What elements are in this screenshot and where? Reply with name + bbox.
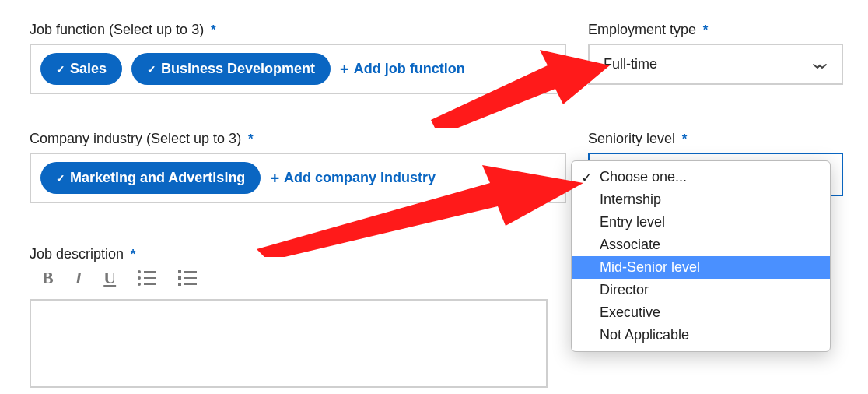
seniority-option[interactable]: Entry level	[572, 211, 830, 234]
seniority-level-label: Seniority level *	[588, 131, 687, 147]
bold-button[interactable]: B	[42, 268, 54, 288]
bullet-list-button[interactable]	[138, 270, 156, 286]
job-description-label: Job description *	[30, 246, 135, 262]
job-function-label: Job function (Select up to 3) *	[30, 22, 216, 38]
editor-toolbar: B I U	[30, 263, 209, 288]
seniority-option[interactable]: Associate	[572, 234, 830, 256]
pill-label: Business Development	[161, 61, 315, 77]
employment-type-select[interactable]: Full-time	[588, 44, 843, 85]
annotation-arrow-icon	[257, 156, 583, 257]
seniority-option[interactable]: Choose one...	[572, 166, 830, 188]
check-icon: ✓	[56, 63, 65, 76]
job-function-pill-sales[interactable]: ✓ Sales	[40, 53, 122, 85]
job-function-label-text: Job function (Select up to 3)	[30, 22, 204, 37]
pill-label: Marketing and Advertising	[70, 170, 245, 186]
required-asterisk: *	[703, 23, 709, 37]
plus-icon: +	[340, 62, 349, 77]
check-icon: ✓	[56, 172, 65, 185]
employment-type-value: Full-time	[604, 56, 657, 72]
company-industry-label: Company industry (Select up to 3) *	[30, 131, 254, 147]
required-asterisk: *	[682, 132, 688, 146]
seniority-dropdown[interactable]: Choose one...InternshipEntry levelAssoci…	[571, 160, 831, 352]
italic-button[interactable]: I	[75, 268, 82, 288]
employment-type-label: Employment type *	[588, 22, 708, 38]
required-asterisk: *	[248, 132, 254, 146]
seniority-option[interactable]: Executive	[572, 301, 830, 324]
required-asterisk: *	[211, 23, 216, 37]
annotation-arrow-icon	[431, 42, 610, 128]
seniority-option[interactable]: Internship	[572, 188, 830, 211]
chevron-down-icon	[812, 60, 828, 69]
job-function-pill-bizdev[interactable]: ✓ Business Development	[131, 53, 331, 85]
pill-label: Sales	[70, 61, 107, 77]
numbered-list-button[interactable]	[178, 270, 197, 286]
seniority-option[interactable]: Director	[572, 279, 830, 301]
required-asterisk: *	[131, 247, 136, 262]
svg-marker-1	[257, 165, 583, 257]
underline-button[interactable]: U	[103, 268, 116, 288]
svg-marker-0	[431, 50, 610, 128]
employment-type-label-text: Employment type	[588, 22, 696, 37]
seniority-level-label-text: Seniority level	[588, 131, 675, 146]
seniority-option[interactable]: Mid-Senior level	[572, 256, 830, 279]
job-description-editor[interactable]	[30, 299, 548, 388]
check-icon: ✓	[147, 63, 156, 76]
industry-pill-marketing[interactable]: ✓ Marketing and Advertising	[40, 162, 261, 194]
seniority-option[interactable]: Not Applicable	[572, 324, 830, 347]
company-industry-label-text: Company industry (Select up to 3)	[30, 131, 241, 146]
job-description-label-text: Job description	[30, 246, 124, 262]
